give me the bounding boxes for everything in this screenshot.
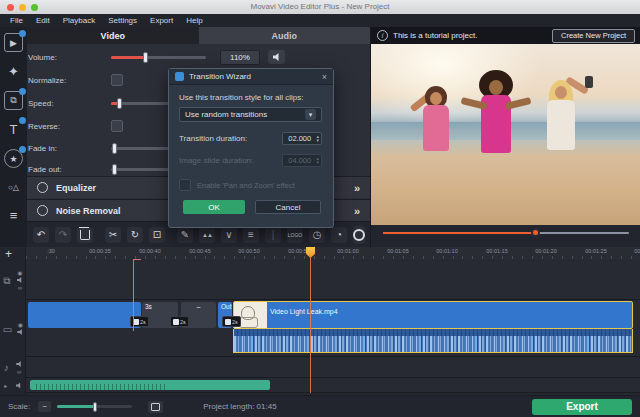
zoom-slider-handle[interactable] — [93, 402, 97, 412]
more-dropdown-button[interactable]: ∨ — [221, 227, 237, 243]
preview-panel: i This is a tutorial project. Create New… — [370, 27, 640, 247]
volume-slider[interactable] — [111, 56, 206, 59]
ruler-label: 00:00:35 — [89, 248, 110, 254]
color-adjustments-button[interactable]: ✎ — [177, 227, 193, 243]
dialog-close-button[interactable]: × — [322, 72, 327, 82]
logo-button[interactable]: LOGO — [287, 227, 303, 243]
menu-playback[interactable]: Playback — [63, 16, 95, 25]
more-tools-icon[interactable]: ≡ — [5, 207, 22, 224]
fade-out-slider-handle[interactable] — [112, 164, 117, 175]
clip-duration-button[interactable]: ◷ — [309, 227, 325, 243]
transition-style-label: Use this transition style for all clips: — [179, 93, 304, 102]
transition-badge[interactable]: 2s — [170, 316, 189, 327]
music-track[interactable] — [26, 357, 640, 378]
stickers-icon[interactable]: ★ — [4, 149, 23, 168]
transition-badge[interactable]: 2s — [222, 316, 241, 327]
ok-button[interactable]: OK — [183, 200, 245, 214]
menu-help[interactable]: Help — [186, 16, 202, 25]
slow-motion-button[interactable]: ◔ — [331, 227, 347, 243]
transition-duration-spinner[interactable]: 02.000 ▴▾ — [282, 132, 322, 145]
equalizer-toggle-icon[interactable] — [37, 182, 48, 193]
timeline-marker-flag[interactable] — [133, 259, 141, 264]
music-note-icon: ♪ — [4, 362, 9, 373]
timeline-zoom-slider[interactable] — [57, 405, 132, 408]
noise-removal-expand-icon[interactable]: » — [354, 205, 360, 217]
playhead-line[interactable] — [310, 247, 311, 393]
speaker-icon[interactable] — [17, 329, 23, 335]
video-track[interactable]: 3s – Out 2s 2s 2s Video Light Leak.mp4 — [26, 300, 640, 357]
noise-removal-toggle-icon[interactable] — [37, 205, 48, 216]
add-track-button[interactable]: + — [5, 247, 12, 261]
menu-settings[interactable]: Settings — [108, 16, 137, 25]
speaker-icon[interactable] — [16, 361, 22, 367]
app-window: Movavi Video Editor Plus - New Project F… — [0, 0, 640, 417]
media-import-icon[interactable]: ▶ — [4, 33, 23, 52]
tab-video[interactable]: Video — [27, 27, 199, 44]
camera-icon — [353, 229, 365, 241]
volume-value[interactable]: 110% — [220, 50, 260, 65]
video-clip-1[interactable] — [28, 302, 141, 328]
collapse-icon[interactable]: ▸ — [4, 383, 7, 389]
normalize-checkbox[interactable] — [111, 74, 123, 86]
audio-track-header[interactable]: ▸ — [0, 378, 26, 393]
split-button[interactable]: ✂ — [105, 227, 121, 243]
titles-icon[interactable]: T — [5, 121, 22, 138]
cancel-button[interactable]: Cancel — [255, 200, 321, 214]
callouts-icon[interactable]: ○△ — [5, 179, 22, 196]
eye-icon[interactable]: ◉ — [17, 322, 23, 328]
selected-video-clip[interactable]: Video Light Leak.mp4 — [233, 301, 633, 329]
seek-bar[interactable] — [383, 232, 629, 235]
dropdown-arrow-icon[interactable]: ▾ — [305, 109, 316, 120]
fade-in-slider-handle[interactable] — [112, 143, 117, 154]
dialog-header[interactable]: Transition Wizard × — [169, 69, 333, 85]
menu-edit[interactable]: Edit — [36, 16, 50, 25]
spin-down-icon[interactable]: ▾ — [316, 138, 319, 142]
divider-icon: | — [265, 227, 281, 243]
video-track-header[interactable]: ▭ ◉ — [0, 302, 26, 357]
overlay-track-header[interactable]: ⧉ ◉ ∞ — [0, 261, 26, 300]
speaker-icon[interactable] — [17, 277, 23, 283]
seek-handle[interactable] — [531, 228, 540, 237]
notification-badge — [19, 117, 26, 124]
transitions-icon[interactable]: ⧉ — [4, 91, 23, 110]
sidebar: ▶ ✦ ⧉ T ★ ○△ ≡ — [0, 27, 27, 247]
linked-audio-waveform[interactable] — [233, 329, 633, 353]
fit-timeline-button[interactable] — [148, 401, 163, 413]
image-slide-duration-row: Image slide duration: 04.000 ▴▾ — [179, 153, 322, 167]
menu-file[interactable]: File — [10, 16, 23, 25]
transition-style-select[interactable]: Use random transitions ▾ — [179, 107, 322, 122]
speed-slider-handle[interactable] — [117, 98, 122, 109]
audio-levels-button[interactable]: ≡ — [243, 227, 259, 243]
link-icon[interactable]: ∞ — [16, 369, 22, 375]
filters-icon[interactable]: ✦ — [5, 63, 22, 80]
crop-button[interactable]: ⊡ — [149, 227, 165, 243]
speaker-icon[interactable] — [16, 383, 22, 389]
video-preview[interactable] — [371, 44, 640, 225]
undo-button[interactable]: ↶ — [33, 227, 49, 243]
record-button[interactable] — [353, 226, 365, 244]
track-headers: + ⧉ ◉ ∞ ▭ ◉ ♪ ∞ — [0, 247, 26, 395]
redo-button[interactable]: ↷ — [55, 227, 71, 243]
menu-export[interactable]: Export — [150, 16, 173, 25]
delete-button[interactable] — [77, 227, 93, 243]
overlay-track-icon: ⧉ — [3, 275, 10, 287]
overlay-track[interactable] — [26, 259, 640, 300]
audio-track[interactable] — [26, 378, 640, 393]
reverse-checkbox[interactable] — [111, 120, 123, 132]
rotate-button[interactable]: ↻ — [127, 227, 143, 243]
seek-bar-row — [371, 225, 640, 241]
tab-audio[interactable]: Audio — [199, 27, 371, 44]
eye-icon[interactable]: ◉ — [17, 270, 23, 276]
zoom-out-button[interactable]: − — [38, 401, 51, 412]
equalizer-expand-icon[interactable]: » — [354, 182, 360, 194]
music-track-header[interactable]: ♪ ∞ — [0, 357, 26, 378]
create-new-project-button[interactable]: Create New Project — [552, 29, 635, 43]
mute-button[interactable] — [268, 50, 285, 64]
dialog-title: Transition Wizard — [189, 72, 317, 81]
export-button[interactable]: Export — [532, 399, 632, 415]
audio-clip[interactable] — [30, 380, 270, 390]
volume-slider-handle[interactable] — [143, 52, 148, 63]
timeline-marker[interactable] — [133, 259, 134, 331]
link-icon[interactable]: ∞ — [17, 285, 23, 291]
transition-wizard-button[interactable]: ▲▲ — [199, 227, 215, 243]
